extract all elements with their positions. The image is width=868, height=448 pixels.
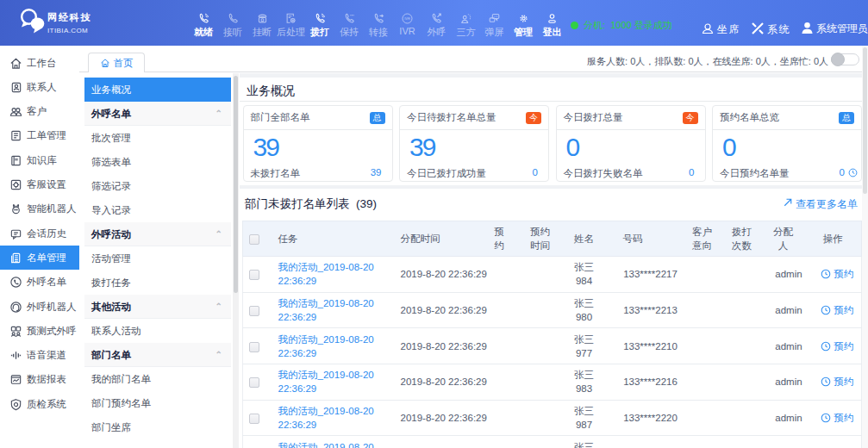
svg-text:IVR: IVR [404, 16, 410, 21]
